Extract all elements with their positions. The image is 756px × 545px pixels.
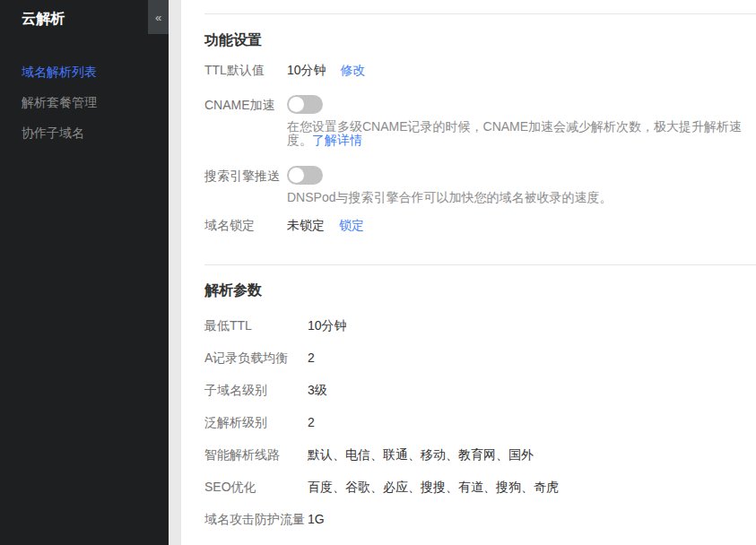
section-title-feature-settings: 功能设置 xyxy=(204,33,756,48)
param-label: 子域名级别 xyxy=(204,384,308,396)
sidebar-item-label: 解析套餐管理 xyxy=(22,95,97,109)
seo-push-description: DNSPod与搜索引擎合作可以加快您的域名被收录的速度。 xyxy=(287,191,612,204)
ttl-label: TTL默认值 xyxy=(204,64,287,76)
top-divider xyxy=(204,13,756,14)
toggle-knob xyxy=(289,97,304,112)
domain-lock-value: 未锁定 xyxy=(287,218,325,232)
param-value: 3级 xyxy=(308,384,327,396)
seo-push-label: 搜索引擎推送 xyxy=(204,166,287,204)
param-row-smart-lines: 智能解析线路 默认、电信、联通、移动、教育网、国外 xyxy=(204,448,756,461)
sidebar-item-plan-management[interactable]: 解析套餐管理 xyxy=(0,87,169,117)
sidebar-collapse-button[interactable]: « xyxy=(148,0,169,34)
sidebar-nav: 域名解析列表 解析套餐管理 协作子域名 xyxy=(0,56,169,148)
param-label: 域名攻击防护流量 xyxy=(204,513,308,525)
param-label: 智能解析线路 xyxy=(204,448,308,461)
setting-row-seo-push: 搜索引擎推送 DNSPod与搜索引擎合作可以加快您的域名被收录的速度。 xyxy=(204,166,756,204)
sidebar-item-collaborative-subdomain[interactable]: 协作子域名 xyxy=(0,117,169,148)
sidebar-item-label: 域名解析列表 xyxy=(22,65,97,79)
param-label: 泛解析级别 xyxy=(204,416,308,428)
sidebar-item-domain-list[interactable]: 域名解析列表 xyxy=(0,56,169,87)
section-divider xyxy=(204,264,756,265)
setting-row-cname: CNAME加速 在您设置多级CNAME记录的时候，CNAME加速会减少解析次数，… xyxy=(204,95,756,147)
seo-push-value-group: DNSPod与搜索引擎合作可以加快您的域名被收录的速度。 xyxy=(287,166,612,204)
cname-description: 在您设置多级CNAME记录的时候，CNAME加速会减少解析次数，极大提升解析速度… xyxy=(287,120,756,147)
cname-toggle[interactable] xyxy=(287,95,323,114)
app-title: 云解析 xyxy=(0,0,65,27)
param-row-wildcard-level: 泛解析级别 2 xyxy=(204,416,756,428)
section-title-resolution-params: 解析参数 xyxy=(204,283,756,298)
sidebar-content-gutter xyxy=(169,0,181,545)
sidebar-header: 云解析 « xyxy=(0,0,169,34)
cname-learn-more-link[interactable]: 了解详情 xyxy=(312,133,362,147)
setting-row-domain-lock: 域名锁定 未锁定 锁定 xyxy=(204,219,756,231)
sidebar-item-label: 协作子域名 xyxy=(22,125,84,140)
collapse-chevrons-icon: « xyxy=(155,11,161,24)
domain-lock-link[interactable]: 锁定 xyxy=(339,218,364,232)
seo-push-toggle[interactable] xyxy=(287,166,323,185)
domain-lock-label: 域名锁定 xyxy=(204,219,287,231)
cname-label: CNAME加速 xyxy=(204,95,287,147)
param-row-seo-optimization: SEO优化 百度、谷歌、必应、搜搜、有道、搜狗、奇虎 xyxy=(204,480,756,493)
param-value: 2 xyxy=(308,416,315,428)
param-value: 百度、谷歌、必应、搜搜、有道、搜狗、奇虎 xyxy=(308,480,559,493)
param-row-min-ttl: 最低TTL 10分钟 xyxy=(204,319,756,332)
cname-value-group: 在您设置多级CNAME记录的时候，CNAME加速会减少解析次数，极大提升解析速度… xyxy=(287,95,756,147)
setting-row-ttl: TTL默认值 10分钟 修改 xyxy=(204,64,756,76)
ttl-edit-link[interactable]: 修改 xyxy=(340,63,365,77)
param-row-attack-protection-traffic: 域名攻击防护流量 1G xyxy=(204,513,756,525)
ttl-value: 10分钟 xyxy=(287,63,326,77)
domain-lock-value-group: 未锁定 锁定 xyxy=(287,219,364,231)
sidebar: 云解析 « 域名解析列表 解析套餐管理 协作子域名 xyxy=(0,0,169,545)
param-label: SEO优化 xyxy=(204,480,308,493)
param-value: 默认、电信、联通、移动、教育网、国外 xyxy=(308,448,534,461)
param-value: 10分钟 xyxy=(308,319,347,332)
toggle-knob xyxy=(289,168,304,183)
param-row-subdomain-level: 子域名级别 3级 xyxy=(204,384,756,396)
param-value: 1G xyxy=(308,513,325,525)
param-row-a-record-lb: A记录负载均衡 2 xyxy=(204,351,756,364)
param-label: A记录负载均衡 xyxy=(204,351,308,364)
ttl-value-group: 10分钟 修改 xyxy=(287,64,365,76)
param-label: 最低TTL xyxy=(204,319,308,332)
main-content: 功能设置 TTL默认值 10分钟 修改 CNAME加速 在您设置多级CNAME记… xyxy=(181,0,756,545)
param-value: 2 xyxy=(308,351,315,364)
